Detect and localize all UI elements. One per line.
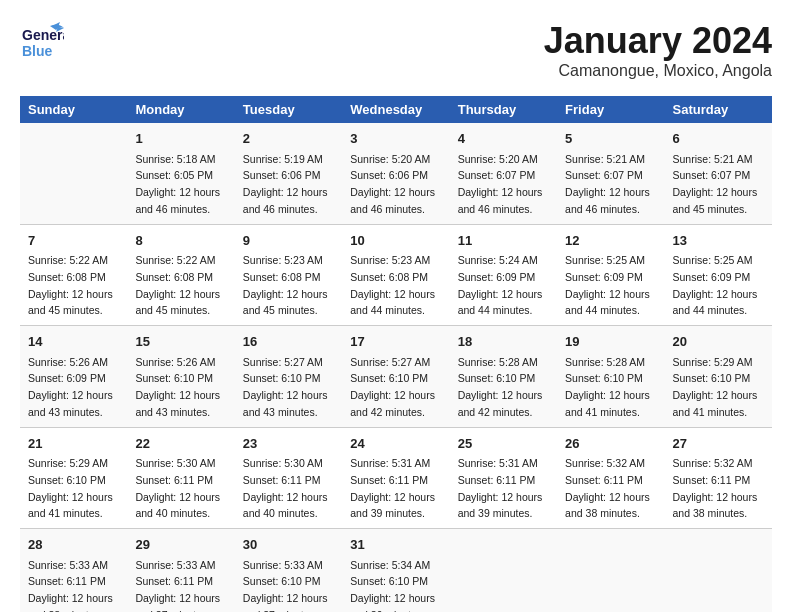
day-sunrise: Sunrise: 5:27 AMSunset: 6:10 PMDaylight:… bbox=[243, 356, 328, 418]
day-sunrise: Sunrise: 5:21 AMSunset: 6:07 PMDaylight:… bbox=[565, 153, 650, 215]
calendar-cell: 19Sunrise: 5:28 AMSunset: 6:10 PMDayligh… bbox=[557, 326, 664, 428]
calendar-cell: 15Sunrise: 5:26 AMSunset: 6:10 PMDayligh… bbox=[127, 326, 234, 428]
title-block: January 2024 Camanongue, Moxico, Angola bbox=[544, 20, 772, 80]
day-sunrise: Sunrise: 5:34 AMSunset: 6:10 PMDaylight:… bbox=[350, 559, 435, 613]
calendar-cell bbox=[557, 529, 664, 613]
day-sunrise: Sunrise: 5:28 AMSunset: 6:10 PMDaylight:… bbox=[458, 356, 543, 418]
col-friday: Friday bbox=[557, 96, 664, 123]
calendar-subtitle: Camanongue, Moxico, Angola bbox=[544, 62, 772, 80]
calendar-week-row: 1Sunrise: 5:18 AMSunset: 6:05 PMDaylight… bbox=[20, 123, 772, 224]
day-number: 11 bbox=[458, 231, 549, 251]
day-number: 17 bbox=[350, 332, 441, 352]
day-sunrise: Sunrise: 5:29 AMSunset: 6:10 PMDaylight:… bbox=[673, 356, 758, 418]
calendar-week-row: 28Sunrise: 5:33 AMSunset: 6:11 PMDayligh… bbox=[20, 529, 772, 613]
calendar-cell: 31Sunrise: 5:34 AMSunset: 6:10 PMDayligh… bbox=[342, 529, 449, 613]
calendar-cell: 10Sunrise: 5:23 AMSunset: 6:08 PMDayligh… bbox=[342, 224, 449, 326]
day-number: 3 bbox=[350, 129, 441, 149]
calendar-cell: 1Sunrise: 5:18 AMSunset: 6:05 PMDaylight… bbox=[127, 123, 234, 224]
day-number: 21 bbox=[28, 434, 119, 454]
day-number: 4 bbox=[458, 129, 549, 149]
day-sunrise: Sunrise: 5:26 AMSunset: 6:09 PMDaylight:… bbox=[28, 356, 113, 418]
calendar-cell: 23Sunrise: 5:30 AMSunset: 6:11 PMDayligh… bbox=[235, 427, 342, 529]
page-header: General Blue January 2024 Camanongue, Mo… bbox=[20, 20, 772, 80]
day-number: 25 bbox=[458, 434, 549, 454]
day-sunrise: Sunrise: 5:22 AMSunset: 6:08 PMDaylight:… bbox=[135, 254, 220, 316]
day-number: 22 bbox=[135, 434, 226, 454]
calendar-cell: 6Sunrise: 5:21 AMSunset: 6:07 PMDaylight… bbox=[665, 123, 772, 224]
calendar-cell: 26Sunrise: 5:32 AMSunset: 6:11 PMDayligh… bbox=[557, 427, 664, 529]
day-sunrise: Sunrise: 5:28 AMSunset: 6:10 PMDaylight:… bbox=[565, 356, 650, 418]
col-monday: Monday bbox=[127, 96, 234, 123]
day-sunrise: Sunrise: 5:23 AMSunset: 6:08 PMDaylight:… bbox=[243, 254, 328, 316]
calendar-cell: 7Sunrise: 5:22 AMSunset: 6:08 PMDaylight… bbox=[20, 224, 127, 326]
day-sunrise: Sunrise: 5:30 AMSunset: 6:11 PMDaylight:… bbox=[243, 457, 328, 519]
day-number: 6 bbox=[673, 129, 764, 149]
day-sunrise: Sunrise: 5:30 AMSunset: 6:11 PMDaylight:… bbox=[135, 457, 220, 519]
day-number: 15 bbox=[135, 332, 226, 352]
col-tuesday: Tuesday bbox=[235, 96, 342, 123]
day-sunrise: Sunrise: 5:20 AMSunset: 6:06 PMDaylight:… bbox=[350, 153, 435, 215]
calendar-cell: 4Sunrise: 5:20 AMSunset: 6:07 PMDaylight… bbox=[450, 123, 557, 224]
day-sunrise: Sunrise: 5:32 AMSunset: 6:11 PMDaylight:… bbox=[673, 457, 758, 519]
day-number: 8 bbox=[135, 231, 226, 251]
calendar-cell: 27Sunrise: 5:32 AMSunset: 6:11 PMDayligh… bbox=[665, 427, 772, 529]
calendar-cell: 14Sunrise: 5:26 AMSunset: 6:09 PMDayligh… bbox=[20, 326, 127, 428]
col-saturday: Saturday bbox=[665, 96, 772, 123]
svg-text:Blue: Blue bbox=[22, 43, 53, 59]
calendar-title: January 2024 bbox=[544, 20, 772, 62]
calendar-cell: 22Sunrise: 5:30 AMSunset: 6:11 PMDayligh… bbox=[127, 427, 234, 529]
calendar-cell: 24Sunrise: 5:31 AMSunset: 6:11 PMDayligh… bbox=[342, 427, 449, 529]
calendar-cell: 21Sunrise: 5:29 AMSunset: 6:10 PMDayligh… bbox=[20, 427, 127, 529]
calendar-cell: 17Sunrise: 5:27 AMSunset: 6:10 PMDayligh… bbox=[342, 326, 449, 428]
day-number: 7 bbox=[28, 231, 119, 251]
day-sunrise: Sunrise: 5:31 AMSunset: 6:11 PMDaylight:… bbox=[350, 457, 435, 519]
logo-icon: General Blue bbox=[20, 20, 64, 64]
calendar-cell: 8Sunrise: 5:22 AMSunset: 6:08 PMDaylight… bbox=[127, 224, 234, 326]
day-sunrise: Sunrise: 5:33 AMSunset: 6:11 PMDaylight:… bbox=[28, 559, 113, 613]
day-sunrise: Sunrise: 5:24 AMSunset: 6:09 PMDaylight:… bbox=[458, 254, 543, 316]
calendar-cell: 20Sunrise: 5:29 AMSunset: 6:10 PMDayligh… bbox=[665, 326, 772, 428]
day-sunrise: Sunrise: 5:33 AMSunset: 6:10 PMDaylight:… bbox=[243, 559, 328, 613]
day-sunrise: Sunrise: 5:32 AMSunset: 6:11 PMDaylight:… bbox=[565, 457, 650, 519]
calendar-week-row: 7Sunrise: 5:22 AMSunset: 6:08 PMDaylight… bbox=[20, 224, 772, 326]
day-number: 20 bbox=[673, 332, 764, 352]
calendar-cell bbox=[450, 529, 557, 613]
logo: General Blue bbox=[20, 20, 64, 64]
col-thursday: Thursday bbox=[450, 96, 557, 123]
calendar-cell: 25Sunrise: 5:31 AMSunset: 6:11 PMDayligh… bbox=[450, 427, 557, 529]
day-sunrise: Sunrise: 5:21 AMSunset: 6:07 PMDaylight:… bbox=[673, 153, 758, 215]
calendar-cell: 2Sunrise: 5:19 AMSunset: 6:06 PMDaylight… bbox=[235, 123, 342, 224]
calendar-header-row: Sunday Monday Tuesday Wednesday Thursday… bbox=[20, 96, 772, 123]
calendar-cell bbox=[20, 123, 127, 224]
day-number: 23 bbox=[243, 434, 334, 454]
calendar-cell: 5Sunrise: 5:21 AMSunset: 6:07 PMDaylight… bbox=[557, 123, 664, 224]
day-number: 5 bbox=[565, 129, 656, 149]
day-sunrise: Sunrise: 5:27 AMSunset: 6:10 PMDaylight:… bbox=[350, 356, 435, 418]
day-number: 13 bbox=[673, 231, 764, 251]
day-number: 31 bbox=[350, 535, 441, 555]
day-sunrise: Sunrise: 5:26 AMSunset: 6:10 PMDaylight:… bbox=[135, 356, 220, 418]
calendar-week-row: 14Sunrise: 5:26 AMSunset: 6:09 PMDayligh… bbox=[20, 326, 772, 428]
day-number: 19 bbox=[565, 332, 656, 352]
calendar-cell: 16Sunrise: 5:27 AMSunset: 6:10 PMDayligh… bbox=[235, 326, 342, 428]
calendar-cell: 29Sunrise: 5:33 AMSunset: 6:11 PMDayligh… bbox=[127, 529, 234, 613]
calendar-week-row: 21Sunrise: 5:29 AMSunset: 6:10 PMDayligh… bbox=[20, 427, 772, 529]
day-sunrise: Sunrise: 5:18 AMSunset: 6:05 PMDaylight:… bbox=[135, 153, 220, 215]
day-number: 12 bbox=[565, 231, 656, 251]
day-number: 2 bbox=[243, 129, 334, 149]
calendar-cell: 13Sunrise: 5:25 AMSunset: 6:09 PMDayligh… bbox=[665, 224, 772, 326]
day-number: 14 bbox=[28, 332, 119, 352]
calendar-cell bbox=[665, 529, 772, 613]
calendar-cell: 9Sunrise: 5:23 AMSunset: 6:08 PMDaylight… bbox=[235, 224, 342, 326]
calendar-table: Sunday Monday Tuesday Wednesday Thursday… bbox=[20, 96, 772, 612]
day-sunrise: Sunrise: 5:29 AMSunset: 6:10 PMDaylight:… bbox=[28, 457, 113, 519]
day-sunrise: Sunrise: 5:31 AMSunset: 6:11 PMDaylight:… bbox=[458, 457, 543, 519]
day-sunrise: Sunrise: 5:23 AMSunset: 6:08 PMDaylight:… bbox=[350, 254, 435, 316]
day-number: 16 bbox=[243, 332, 334, 352]
col-sunday: Sunday bbox=[20, 96, 127, 123]
col-wednesday: Wednesday bbox=[342, 96, 449, 123]
day-number: 9 bbox=[243, 231, 334, 251]
day-sunrise: Sunrise: 5:20 AMSunset: 6:07 PMDaylight:… bbox=[458, 153, 543, 215]
calendar-cell: 18Sunrise: 5:28 AMSunset: 6:10 PMDayligh… bbox=[450, 326, 557, 428]
day-number: 29 bbox=[135, 535, 226, 555]
